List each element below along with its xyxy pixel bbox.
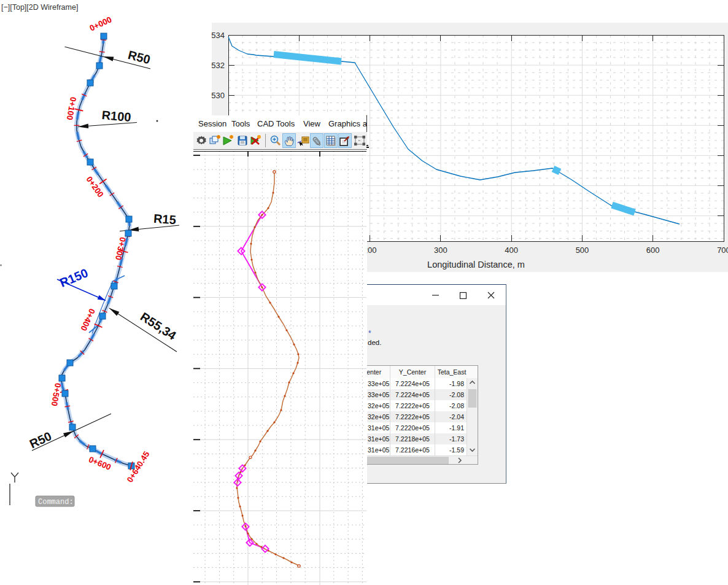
svg-text:0+300: 0+300 (114, 236, 128, 261)
svg-text:300: 300 (434, 246, 447, 255)
svg-text:500: 500 (576, 246, 589, 255)
svg-text:0+500: 0+500 (50, 382, 63, 407)
svg-text:0+000: 0+000 (88, 15, 114, 33)
svg-text:R15: R15 (153, 212, 176, 227)
svg-text:530: 530 (211, 91, 225, 100)
svg-text:Command:: Command: (38, 498, 74, 506)
svg-text:R100: R100 (101, 108, 132, 124)
svg-text:700: 700 (717, 246, 728, 255)
svg-text:532: 532 (211, 61, 225, 70)
svg-text:Longitudinal Distance, m: Longitudinal Distance, m (427, 260, 525, 269)
svg-text:R55,34: R55,34 (138, 309, 179, 343)
svg-text:600: 600 (646, 246, 660, 255)
svg-text:534: 534 (211, 31, 225, 40)
svg-text:R50: R50 (28, 429, 54, 451)
svg-text:400: 400 (505, 246, 518, 255)
